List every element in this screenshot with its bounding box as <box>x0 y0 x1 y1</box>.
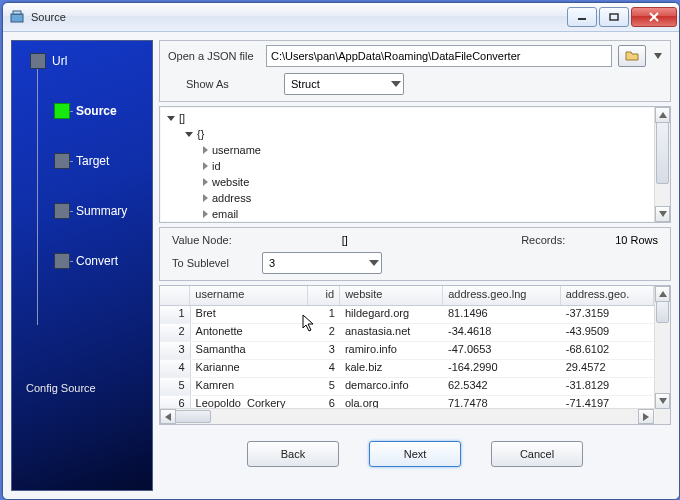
scroll-up-icon[interactable] <box>655 286 670 302</box>
sidebar-item-label: Url <box>52 54 67 68</box>
cell-username: Kamren <box>191 378 309 395</box>
scroll-up-icon[interactable] <box>655 107 670 123</box>
table-row[interactable]: 3Samantha3ramiro.info-47.0653-68.6102 <box>160 342 654 360</box>
table-row[interactable]: 2Antonette2anastasia.net-34.4618-43.9509 <box>160 324 654 342</box>
grid-v-scrollbar[interactable] <box>654 286 670 409</box>
sidebar-item-target[interactable]: Target <box>54 151 152 171</box>
to-sublevel-select[interactable]: 3 <box>262 252 382 274</box>
cell-username: Bret <box>191 306 309 323</box>
maximize-button[interactable] <box>599 7 629 27</box>
svg-marker-7 <box>391 81 401 87</box>
cell-id: 2 <box>308 324 340 341</box>
scroll-thumb[interactable] <box>175 410 211 423</box>
chevron-down-icon <box>391 78 401 90</box>
close-button[interactable] <box>631 7 677 27</box>
table-row[interactable]: 4Karianne4kale.biz-164.299029.4572 <box>160 360 654 378</box>
value-node-value: [] <box>342 234 348 246</box>
sidebar-item-source[interactable]: Source <box>54 101 152 121</box>
sidebar-item-label: Convert <box>76 254 118 268</box>
cancel-button[interactable]: Cancel <box>491 441 583 467</box>
file-path-input[interactable]: C:\Users\pan\AppData\Roaming\DataFileCon… <box>266 45 612 67</box>
info-panel: Value Node: [] Records: 10 Rows To Suble… <box>159 227 671 281</box>
tree-scrollbar[interactable] <box>654 107 670 222</box>
col-header-website[interactable]: website <box>340 286 443 305</box>
show-as-value: Struct <box>291 78 320 90</box>
next-button[interactable]: Next <box>369 441 461 467</box>
sidebar-item-convert[interactable]: Convert <box>54 251 152 271</box>
cell-id: 3 <box>308 342 340 359</box>
scroll-down-icon[interactable] <box>655 206 670 222</box>
cell-lng: 81.1496 <box>443 306 561 323</box>
cell-lat: -43.9509 <box>561 324 654 341</box>
cell-username: Karianne <box>191 360 309 377</box>
col-header-lat[interactable]: address.geo. <box>561 286 654 305</box>
table-row[interactable]: 1Bret1hildegard.org81.1496-37.3159 <box>160 306 654 324</box>
svg-marker-10 <box>369 260 379 266</box>
expand-icon[interactable] <box>203 210 208 218</box>
data-grid-panel: username id website address.geo.lng addr… <box>159 285 671 425</box>
cell-lng: -34.4618 <box>443 324 561 341</box>
cell-username: Antonette <box>191 324 309 341</box>
collapse-icon[interactable] <box>167 116 175 121</box>
tree-node-root[interactable]: [] <box>167 110 648 126</box>
collapse-icon[interactable] <box>185 132 193 137</box>
tree-node[interactable]: id <box>167 158 648 174</box>
sidebar-item-label: Target <box>76 154 109 168</box>
file-panel: Open a JSON file C:\Users\pan\AppData\Ro… <box>159 40 671 102</box>
minimize-button[interactable] <box>567 7 597 27</box>
tree-node[interactable]: address <box>167 190 648 206</box>
scroll-thumb[interactable] <box>656 122 669 184</box>
sidebar-item-label: Source <box>76 104 117 118</box>
data-grid[interactable]: username id website address.geo.lng addr… <box>160 286 654 409</box>
step-box-icon <box>54 153 70 169</box>
cell-lng: 62.5342 <box>443 378 561 395</box>
scroll-thumb[interactable] <box>656 301 669 323</box>
step-box-icon <box>30 53 46 69</box>
scroll-down-icon[interactable] <box>655 393 670 409</box>
tree-node-object[interactable]: {} <box>167 126 648 142</box>
col-header-id[interactable]: id <box>308 286 340 305</box>
cell-website: ramiro.info <box>340 342 443 359</box>
tree-node[interactable]: username <box>167 142 648 158</box>
main-panel: Open a JSON file C:\Users\pan\AppData\Ro… <box>159 40 671 491</box>
cell-website: kale.biz <box>340 360 443 377</box>
scroll-right-icon[interactable] <box>638 409 654 424</box>
json-tree-panel: [] {} username id website address email <box>159 106 671 223</box>
svg-marker-14 <box>643 413 649 421</box>
sidebar-item-summary[interactable]: Summary <box>54 201 152 221</box>
sidebar-item-label: Summary <box>76 204 127 218</box>
cell-username: Samantha <box>191 342 309 359</box>
svg-marker-11 <box>659 291 667 297</box>
cell-website: anastasia.net <box>340 324 443 341</box>
tree-node[interactable]: email <box>167 206 648 221</box>
expand-icon[interactable] <box>203 178 208 186</box>
scroll-left-icon[interactable] <box>160 409 176 424</box>
table-row[interactable]: 5Kamren5demarco.info62.5342-31.8129 <box>160 378 654 396</box>
titlebar[interactable]: Source <box>3 3 679 32</box>
svg-marker-6 <box>654 53 662 59</box>
json-tree[interactable]: [] {} username id website address email <box>161 108 654 221</box>
back-button[interactable]: Back <box>247 441 339 467</box>
col-header-index[interactable] <box>160 286 190 305</box>
expand-icon[interactable] <box>203 162 208 170</box>
step-box-icon <box>54 103 70 119</box>
button-bar: Back Next Cancel <box>159 429 671 473</box>
col-header-lng[interactable]: address.geo.lng <box>443 286 561 305</box>
expand-icon[interactable] <box>203 146 208 154</box>
grid-h-scrollbar[interactable] <box>160 408 654 424</box>
chevron-down-icon <box>369 257 379 269</box>
sidebar-item-url[interactable]: Url <box>30 51 152 71</box>
cell-lat: -37.3159 <box>561 306 654 323</box>
dropdown-arrow-icon[interactable] <box>654 50 662 62</box>
col-header-username[interactable]: username <box>190 286 308 305</box>
browse-button[interactable] <box>618 45 646 67</box>
tree-node[interactable]: website <box>167 174 648 190</box>
svg-rect-3 <box>610 14 618 20</box>
config-source-label: Config Source <box>26 382 96 394</box>
show-as-select[interactable]: Struct <box>284 73 404 95</box>
expand-icon[interactable] <box>203 194 208 202</box>
cell-website: demarco.info <box>340 378 443 395</box>
cell-index: 5 <box>160 378 191 395</box>
records-label: Records: <box>521 234 565 246</box>
cell-lat: -68.6102 <box>561 342 654 359</box>
